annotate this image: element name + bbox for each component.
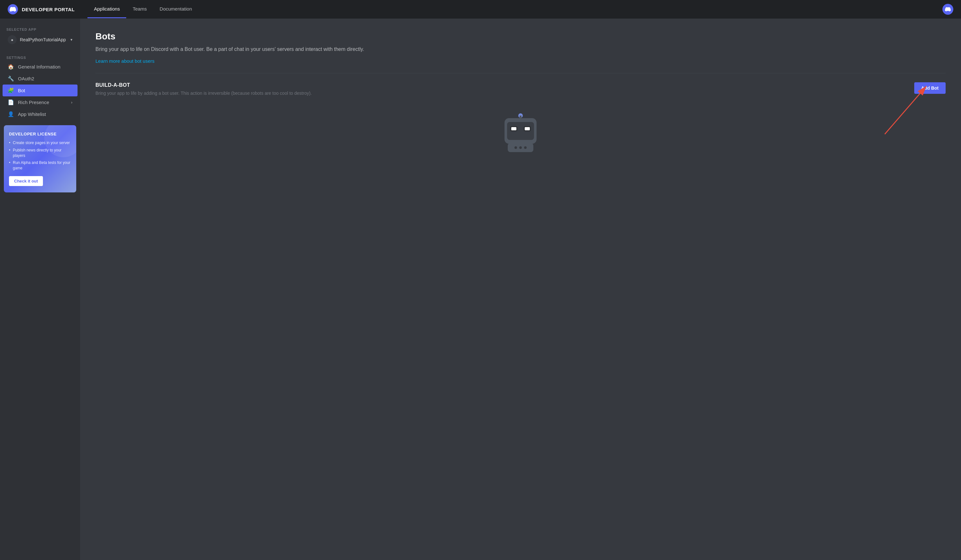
sidebar-item-label-general-information: General Information: [18, 64, 72, 69]
sidebar-item-rich-presence[interactable]: 📄 Rich Presence ›: [3, 96, 77, 108]
app-avatar-icon: ●: [8, 35, 17, 44]
logo-area: DEVELOPER PORTAL: [8, 4, 75, 14]
svg-rect-9: [519, 116, 522, 119]
svg-point-11: [514, 146, 517, 149]
sidebar-item-oauth2[interactable]: 🔧 OAuth2: [3, 73, 77, 85]
logo-text: DEVELOPER PORTAL: [22, 7, 75, 12]
home-icon: 🏠: [8, 64, 14, 70]
build-a-bot-header: BUILD-A-BOT Bring your app to life by ad…: [95, 82, 946, 96]
dev-license-bullet-1: Create store pages in your server: [9, 140, 71, 146]
sidebar-item-bot[interactable]: 🧩 Bot: [3, 85, 77, 96]
app-selector[interactable]: ● RealPythonTutorialApp ▾: [3, 33, 77, 47]
check-it-out-button[interactable]: Check it out: [9, 176, 43, 186]
add-bot-button[interactable]: Add Bot: [914, 82, 946, 94]
sidebar-item-app-whitelist[interactable]: 👤 App Whitelist: [3, 108, 77, 120]
nav-link-applications[interactable]: Applications: [87, 0, 126, 18]
dev-license-bullet-3: Run Alpha and Beta tests for your game: [9, 160, 71, 171]
user-avatar[interactable]: [942, 4, 953, 15]
section-divider: [95, 73, 946, 73]
content-area: Bots Bring your app to life on Discord w…: [80, 19, 961, 560]
robot-icon: [495, 109, 546, 160]
puzzle-icon: 🧩: [8, 87, 14, 93]
sidebar-item-label-oauth2: OAuth2: [18, 76, 72, 81]
svg-point-13: [524, 146, 527, 149]
build-a-bot-section: BUILD-A-BOT Bring your app to life by ad…: [95, 82, 946, 160]
chevron-right-icon: ›: [71, 100, 72, 105]
robot-illustration-area: [95, 96, 946, 160]
page-description: Bring your app to life on Discord with a…: [95, 45, 371, 53]
page-title: Bots: [95, 31, 946, 42]
chevron-down-icon: ▾: [71, 37, 72, 42]
dev-license-title: DEVELOPER LICENSE: [9, 132, 71, 136]
svg-rect-7: [525, 127, 530, 130]
dev-license-list: Create store pages in your server Publis…: [9, 140, 71, 171]
nav-link-documentation[interactable]: Documentation: [153, 0, 198, 18]
nav-links: Applications Teams Documentation: [87, 0, 942, 18]
main-layout: SELECTED APP ● RealPythonTutorialApp ▾ S…: [0, 19, 961, 560]
wrench-icon: 🔧: [8, 75, 14, 82]
person-icon: 👤: [8, 111, 14, 117]
sidebar: SELECTED APP ● RealPythonTutorialApp ▾ S…: [0, 19, 80, 560]
sidebar-item-general-information[interactable]: 🏠 General Information: [3, 61, 77, 73]
discord-logo-icon: [8, 4, 18, 14]
document-icon: 📄: [8, 99, 14, 105]
top-navigation: DEVELOPER PORTAL Applications Teams Docu…: [0, 0, 961, 19]
svg-point-12: [519, 146, 522, 149]
learn-more-link[interactable]: Learn more about bot users: [95, 58, 154, 64]
sidebar-item-label-app-whitelist: App Whitelist: [18, 111, 72, 117]
sidebar-item-label-bot: Bot: [18, 88, 72, 93]
build-a-bot-text-area: BUILD-A-BOT Bring your app to life by ad…: [95, 82, 312, 96]
nav-link-teams[interactable]: Teams: [126, 0, 153, 18]
app-name: RealPythonTutorialApp: [20, 37, 67, 42]
selected-app-label: SELECTED APP: [0, 25, 80, 33]
settings-label: SETTINGS: [0, 51, 80, 61]
svg-rect-5: [511, 127, 516, 130]
dev-license-bullet-2: Publish news directly to your players: [9, 148, 71, 159]
sidebar-item-label-rich-presence: Rich Presence: [18, 99, 67, 105]
build-a-bot-description: Bring your app to life by adding a bot u…: [95, 91, 312, 96]
build-a-bot-title: BUILD-A-BOT: [95, 82, 312, 88]
developer-license-card: DEVELOPER LICENSE Create store pages in …: [4, 125, 76, 193]
